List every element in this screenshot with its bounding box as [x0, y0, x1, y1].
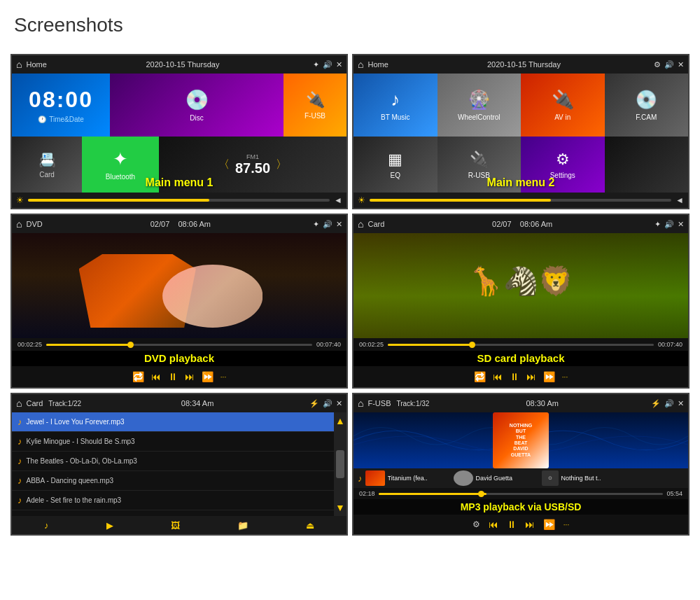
volume-mute-icon[interactable]: ◄ — [334, 195, 342, 205]
close-icon-2[interactable]: ✕ — [678, 60, 684, 69]
dvd-progress-fill — [46, 344, 132, 346]
scroll-thumb[interactable] — [336, 450, 344, 478]
settings-item[interactable]: ⚙ Settings — [521, 137, 605, 193]
brightness-track-2[interactable] — [370, 199, 671, 202]
home-icon-2[interactable]: ⌂ — [358, 59, 363, 70]
radio-block[interactable]: 〈 FM1 87.50 〉 — [159, 137, 346, 193]
avin-item[interactable]: 🔌 AV in — [521, 74, 605, 137]
scrollbar[interactable]: ▲ ▼ — [334, 412, 346, 516]
scroll-down-button[interactable]: ▼ — [332, 499, 348, 516]
sd-playpause-icon[interactable]: ⏸ — [510, 371, 519, 382]
track-title-3: The Beatles - Ob-La-Di, Ob-La.mp3 — [27, 457, 329, 465]
vol-icon-dvd[interactable]: 🔊 — [323, 220, 332, 229]
panel-main-menu-1: ⌂ Home 2020-10-15 Thursday ✦ 🔊 ✕ 08:00 🕐… — [10, 54, 348, 209]
rusb-item[interactable]: 🔌 R-USB — [438, 137, 522, 193]
vol-icon-sd[interactable]: 🔊 — [664, 220, 674, 229]
sd-more-icon[interactable]: ··· — [562, 373, 568, 381]
sd-next-icon[interactable]: ⏭ — [526, 371, 536, 382]
btmusic-item[interactable]: ♪ BT Music — [354, 74, 438, 137]
vol-icon-music[interactable]: 🔊 — [323, 399, 332, 408]
bluetooth-label: Bluetooth — [106, 173, 135, 181]
dvd-label-text: DVD playback — [144, 352, 214, 364]
track-item-3[interactable]: ♪ The Beatles - Ob-La-Di, Ob-La.mp3 — [12, 452, 334, 471]
clock-digits: 08:00 — [29, 87, 93, 113]
usb-playpause-icon[interactable]: ⏸ — [507, 519, 517, 530]
card-block[interactable]: 📇 Card — [12, 137, 82, 193]
dvd-progress-track[interactable] — [46, 344, 312, 346]
brightness-track[interactable] — [28, 199, 330, 202]
usb-more-icon[interactable]: ··· — [564, 521, 569, 529]
dvd-prev-icon[interactable]: ⏮ — [151, 371, 161, 382]
vol-icon-2[interactable]: 🔊 — [664, 60, 674, 69]
artist-name: David Guetta — [476, 475, 539, 482]
usb-time-current: 02:18 — [359, 490, 375, 497]
home-icon-sd[interactable]: ⌂ — [358, 218, 363, 230]
fcam-item[interactable]: 💿 F.CAM — [605, 74, 689, 137]
menu1-content: 08:00 🕐 Time&Date 💿 Disc 🔌 F-USB — [12, 74, 346, 193]
scroll-up-button[interactable]: ▲ — [332, 412, 348, 429]
close-icon-music[interactable]: ✕ — [336, 399, 342, 408]
dvd-playpause-icon[interactable]: ⏸ — [168, 371, 178, 382]
dvd-more-icon[interactable]: ··· — [220, 373, 226, 381]
clock-icon: 🕐 — [38, 116, 46, 123]
next-icon[interactable]: 〉 — [276, 158, 287, 172]
close-icon-dvd[interactable]: ✕ — [336, 220, 342, 229]
sd-video-screen — [354, 233, 688, 338]
vol-icon-usb[interactable]: 🔊 — [664, 399, 674, 408]
note-icon-5: ♪ — [18, 495, 22, 505]
vol-icon[interactable]: 🔊 — [323, 60, 332, 69]
volume-mute-icon-2[interactable]: ◄ — [676, 195, 684, 205]
sd-forward-icon[interactable]: ⏩ — [543, 371, 555, 382]
track-item-2[interactable]: ♪ Kylie Minogue - I Should Be S.mp3 — [12, 432, 334, 452]
source-label-sd: Card — [368, 220, 384, 228]
ironman-scene — [12, 233, 346, 338]
nothing-thumb: ⊙ — [542, 470, 559, 486]
brightness-icon[interactable]: ☀ — [16, 195, 24, 205]
close-icon-sd[interactable]: ✕ — [678, 220, 684, 229]
clock-block[interactable]: 08:00 🕐 Time&Date — [12, 74, 110, 137]
topbar-icons-menu1: ✦ 🔊 ✕ — [313, 60, 342, 69]
track-item-4[interactable]: ♪ ABBA - Dancing queen.mp3 — [12, 471, 334, 491]
close-icon[interactable]: ✕ — [336, 60, 342, 69]
bottom-folder-icon[interactable]: 📁 — [237, 520, 248, 531]
datetime-dvd: 02/07 08:06 Am — [48, 220, 313, 228]
usb-prev-icon[interactable]: ⏮ — [489, 519, 498, 530]
extra-item[interactable] — [605, 137, 689, 193]
usb-progress-track[interactable] — [379, 493, 664, 495]
sd-prev-icon[interactable]: ⏮ — [493, 371, 503, 382]
usb-forward-icon[interactable]: ⏩ — [543, 519, 555, 530]
bottom-eject-icon[interactable]: ⏏ — [306, 520, 314, 531]
dvd-next-icon[interactable]: ⏭ — [185, 371, 195, 382]
topbar-sdcard: ⌂ Card 02/07 08:06 Am ✦ 🔊 ✕ — [354, 215, 688, 233]
bottom-video-icon[interactable]: ▶ — [106, 520, 113, 531]
bottom-music-icon[interactable]: ♪ — [44, 520, 49, 531]
disc-block[interactable]: 💿 Disc — [110, 74, 284, 137]
bottom-photo-icon[interactable]: 🖼 — [171, 520, 180, 531]
music-list: ♪ Jewel - I Love You Forever.mp3 ♪ Kylie… — [12, 412, 334, 510]
eq-item[interactable]: ▦ EQ — [354, 137, 438, 193]
brightness-icon-2[interactable]: ☀ — [358, 195, 365, 205]
source-label-music: Card — [26, 399, 43, 407]
sd-repeat-icon[interactable]: 🔁 — [474, 371, 486, 382]
prev-icon[interactable]: 〈 — [218, 158, 230, 172]
track-title-2: Kylie Minogue - I Should Be S.mp3 — [27, 438, 329, 445]
track-item-5[interactable]: ♪ Adele - Set fire to the rain.mp3 — [12, 491, 334, 510]
home-icon[interactable]: ⌂ — [16, 59, 22, 70]
source-label-usb: F-USB — [368, 399, 391, 407]
usb-progress-fill — [379, 493, 487, 495]
fusb-block[interactable]: 🔌 F-USB — [284, 74, 346, 137]
home-icon-dvd[interactable]: ⌂ — [16, 218, 22, 230]
dvd-playback-label-bar: DVD playback — [12, 351, 346, 366]
dvd-forward-icon[interactable]: ⏩ — [202, 371, 214, 382]
usb-next-icon[interactable]: ⏭ — [525, 519, 535, 530]
bluetooth-block[interactable]: ✦ Bluetooth — [82, 137, 159, 193]
home-icon-usb[interactable]: ⌂ — [358, 398, 363, 409]
track-item-1[interactable]: ♪ Jewel - I Love You Forever.mp3 — [12, 412, 334, 432]
bluetooth-icon: ✦ — [113, 148, 128, 170]
sd-progress-track[interactable] — [388, 344, 654, 346]
home-icon-music[interactable]: ⌂ — [16, 398, 22, 409]
dvd-repeat-icon[interactable]: 🔁 — [132, 371, 144, 382]
usb-repeat-icon[interactable]: ⚙ — [472, 519, 480, 529]
close-icon-usb[interactable]: ✕ — [678, 399, 684, 408]
wheel-item[interactable]: 🎡 WheelControl — [438, 74, 522, 137]
